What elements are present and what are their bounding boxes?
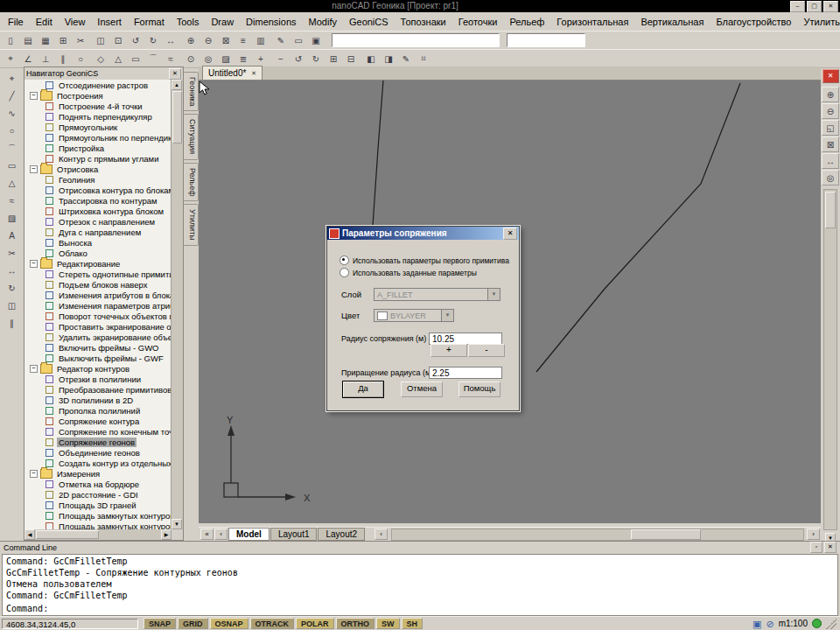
tree-item[interactable]: Площадь замкнутых контуров	[24, 510, 171, 521]
expand-minus-icon[interactable]: −	[30, 165, 38, 173]
orbit-icon[interactable]: ◎	[822, 170, 839, 186]
radio-use-first-primitive[interactable]	[340, 256, 349, 265]
scroll-thumb[interactable]	[825, 192, 836, 228]
arc-tool-icon[interactable]: ⌒	[144, 51, 162, 66]
print-icon[interactable]: ⊞	[54, 32, 72, 48]
cut-icon[interactable]: ✂	[72, 32, 89, 48]
tree-item[interactable]: Трассировка по контурам	[24, 195, 171, 206]
menu-item-16[interactable]: Утилиты	[797, 14, 840, 30]
undo-icon[interactable]: ↺	[127, 32, 144, 48]
text-icon[interactable]: A	[2, 228, 22, 244]
redo-icon[interactable]: ↻	[144, 32, 162, 48]
tree-item[interactable]: Подъем блоков наверх	[24, 279, 171, 290]
parallel-snap-icon[interactable]: ∥	[54, 51, 72, 66]
menu-item-7[interactable]: Dimensions	[240, 14, 302, 30]
menu-item-4[interactable]: Format	[128, 14, 171, 30]
match-properties-icon[interactable]: ✎	[272, 32, 290, 48]
zoom-in-icon[interactable]: ⊕	[822, 87, 839, 102]
scroll-right-icon[interactable]: ›	[807, 528, 820, 540]
tree-item[interactable]: Включить фреймы - GWO	[24, 342, 171, 353]
polygon-icon[interactable]: △	[2, 175, 22, 192]
properties-icon[interactable]: ▥	[252, 32, 270, 48]
tree-folder[interactable]: −Построения	[24, 90, 171, 101]
tree-item[interactable]: Изменения параметров атрибутов	[24, 300, 171, 311]
command-line-header[interactable]: Command Line ▫ ✕	[0, 542, 840, 553]
layout-tab-layout1[interactable]: Layout1	[270, 528, 318, 541]
redo-view-icon[interactable]: ↻	[307, 51, 325, 66]
layer-list-icon[interactable]: ≣	[234, 51, 252, 66]
navigator-close-icon[interactable]: ✕	[169, 68, 181, 80]
zoom-extents-icon[interactable]: ⊠	[822, 136, 839, 152]
mirror-icon[interactable]: ◫	[2, 298, 22, 314]
scroll-left-icon[interactable]: ‹	[374, 528, 388, 540]
tree-item[interactable]: Прямоугольник	[24, 122, 171, 132]
menu-item-14[interactable]: Вертикальная	[634, 14, 710, 30]
dock-panel-icon[interactable]: ▫	[810, 542, 822, 553]
tree-item[interactable]: Поднять перпендикуляр	[24, 111, 171, 122]
close-panel-icon[interactable]: ✕	[824, 542, 836, 553]
move-icon[interactable]: ↔	[2, 262, 22, 279]
toggle-snap[interactable]: SNAP	[144, 618, 176, 629]
help-button[interactable]: Помощь	[458, 382, 500, 397]
tree-item[interactable]: Изменения атрибутов в блоках	[24, 290, 171, 300]
circle-tool-icon[interactable]: ○	[72, 51, 89, 66]
half-left-icon[interactable]: ◧	[362, 51, 380, 66]
resize-grip[interactable]	[826, 619, 836, 629]
navigator-tab-0[interactable]: Геоника	[184, 72, 199, 111]
canvas-vertical-scrollbar[interactable]	[823, 189, 837, 530]
add-icon[interactable]: +	[252, 51, 270, 66]
hatch-tool-icon[interactable]: ▨	[217, 51, 234, 66]
copy-icon[interactable]: ◫	[92, 32, 109, 48]
tree-item[interactable]: Прямоугольник по перпендикуляру	[24, 132, 171, 143]
tree-item[interactable]: Удалить экранирование объектов	[24, 332, 171, 342]
navigator-tab-3[interactable]: Утилиты	[184, 204, 199, 246]
lock-icon[interactable]: ⊘	[766, 619, 774, 629]
tree-folder[interactable]: −Измерения	[24, 468, 171, 479]
erase-icon[interactable]: ✂	[2, 245, 22, 262]
new-file-icon[interactable]: ▯	[2, 32, 19, 48]
hatch-icon[interactable]: ▨	[2, 210, 22, 227]
grid-on-icon[interactable]: ⊞	[325, 51, 342, 66]
radio-use-custom-params[interactable]	[340, 268, 349, 277]
tree-item[interactable]: Отрезок с направлением	[24, 216, 171, 227]
document-tab[interactable]: Untitled0* ✕	[202, 66, 262, 80]
center-snap-icon[interactable]: ⊙	[182, 51, 200, 66]
menu-item-3[interactable]: Insert	[91, 14, 128, 30]
layers-icon[interactable]: ≡	[234, 32, 252, 48]
close-drawing-icon[interactable]: ✕	[822, 69, 839, 83]
toggle-polar[interactable]: POLAR	[296, 618, 334, 629]
document-tab-close-icon[interactable]: ✕	[251, 70, 256, 77]
scroll-thumb[interactable]	[172, 91, 182, 144]
color-picker-icon[interactable]: ▣	[307, 32, 325, 48]
menu-item-0[interactable]: File	[2, 14, 30, 30]
expand-minus-icon[interactable]: −	[30, 470, 38, 478]
zoom-extents-icon[interactable]: ⊠	[217, 32, 234, 48]
menu-item-12[interactable]: Рельеф	[503, 14, 550, 30]
menu-item-6[interactable]: Draw	[205, 14, 240, 30]
expand-minus-icon[interactable]: −	[30, 260, 38, 268]
osnap-settings-icon[interactable]: ⌖	[2, 51, 19, 66]
tree-item[interactable]: 2D расстояние - GDI	[24, 489, 171, 500]
tree-item[interactable]: Геолиния	[24, 174, 171, 185]
radius-plus-button[interactable]: +	[430, 344, 467, 357]
node-snap-icon[interactable]: ◎	[200, 51, 217, 66]
tree-item[interactable]: Отрезки в полилинии	[24, 374, 171, 384]
close-button[interactable]: ✕	[823, 1, 838, 12]
layer-combo-field[interactable]	[332, 33, 500, 47]
rectangle-tool-icon[interactable]: ▭	[127, 51, 144, 66]
maximize-button[interactable]: ▢	[807, 1, 822, 12]
rotate-icon[interactable]: ↻	[2, 280, 22, 297]
menu-item-10[interactable]: Топознаки	[395, 14, 452, 30]
command-history[interactable]: Command: GcCmFilletTempGcCmFilletTemp - …	[2, 554, 838, 606]
radius-minus-button[interactable]: -	[468, 344, 505, 357]
toggle-ortho[interactable]: ORTHO	[336, 618, 375, 629]
tree-item[interactable]: Пристройка	[24, 143, 171, 153]
layout-tab-model[interactable]: Model	[228, 528, 270, 541]
remove-icon[interactable]: −	[272, 51, 290, 66]
tree-item[interactable]: Сопряжение по конечным точкам	[24, 426, 171, 437]
tree-item[interactable]: Построение 4-й точки	[24, 101, 171, 111]
scroll-left-icon[interactable]: ◀	[24, 529, 35, 540]
tree-item[interactable]: Дуга с направлением	[24, 227, 171, 237]
tree-vertical-scrollbar[interactable]: ▲ ▼	[171, 80, 183, 529]
tree-item[interactable]: Выноска	[24, 237, 171, 248]
